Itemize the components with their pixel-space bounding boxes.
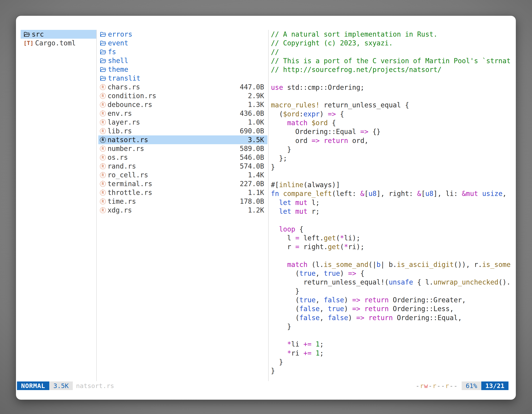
rust-file-icon: R [100,137,106,143]
code-line: } [271,145,512,154]
code-line: // http://sourcefrog.net/projects/natsor… [271,65,512,74]
rust-file-icon: R [100,163,106,169]
code-line: fn compare_left(left: &[u8], right: &[u8… [271,189,512,198]
file-row-time.rs[interactable]: Rtime.rs178.0B [98,197,267,206]
file-size: 589.0B [240,144,264,153]
file-name: time.rs [108,197,237,205]
code-line: l = left.get(*li); [271,234,512,242]
folder-row-theme[interactable]: theme [98,65,267,74]
file-row-rand.rs[interactable]: Rrand.rs574.0B [98,162,267,171]
code-line: (false, true) => return Ordering::Less, [271,304,512,313]
file-row-os.rs[interactable]: Ros.rs546.0B [98,153,267,162]
code-line: (false, false) => return Ordering::Equal… [271,313,512,322]
open-folder-icon [100,75,106,82]
file-name: src [32,30,93,38]
cursor-position-badge: 13/21 [481,382,508,390]
file-row-terminal.rs[interactable]: Rterminal.rs227.0B [98,179,267,188]
folder-row-fs[interactable]: fs [98,48,267,56]
file-size-badge: 3.5K [49,382,73,390]
code-line: #[inline(always)] [271,180,512,189]
file-row-lib.rs[interactable]: Rlib.rs690.0B [98,127,267,135]
rust-file-icon: R [100,146,106,152]
file-name: shell [108,57,264,65]
toml-file-icon: [T] [24,40,34,46]
file-size: 690.0B [240,127,264,135]
current-directory-pane: errorseventfsshellthemetranslitRchars.rs… [97,30,267,381]
open-folder-icon [100,31,106,38]
rust-file-icon: R [100,172,106,178]
folder-row-translit[interactable]: translit [98,74,267,83]
file-name: debounce.rs [108,101,246,109]
code-line: } [271,357,512,366]
code-line [271,172,512,180]
file-name: lib.rs [108,127,237,135]
rust-file-icon: R [100,181,106,187]
file-row-chars.rs[interactable]: Rchars.rs447.0B [98,83,267,91]
code-line: loop { [271,225,512,234]
file-size: 574.0B [240,162,264,170]
file-name: theme [108,66,264,73]
code-line [271,331,512,340]
file-name: rand.rs [108,162,237,170]
code-line: *ri += 1; [271,349,512,357]
file-row-number.rs[interactable]: Rnumber.rs589.0B [98,144,267,153]
file-size: 546.0B [240,154,264,161]
file-size: 1.0K [248,118,264,126]
file-row-condition.rs[interactable]: Rcondition.rs2.9K [98,91,267,100]
code-line [271,251,512,260]
file-name: natsort.rs [108,136,246,144]
code-line: (true, false) => return Ordering::Greate… [271,296,512,304]
rust-file-icon: R [100,190,106,196]
folder-row-src[interactable]: src [21,30,96,39]
rust-file-icon: R [100,84,106,90]
code-line: return_unless_equal!(unsafe { l.unwrap_u… [271,278,512,287]
file-name: number.rs [108,144,237,153]
status-filename: natsort.rs [76,382,114,389]
rust-file-icon: R [100,198,106,204]
code-line: match $ord { [271,118,512,127]
rust-file-icon: R [100,110,106,116]
file-name: condition.rs [108,92,246,100]
open-folder-icon [100,40,106,47]
code-line: r = right.get(*ri); [271,242,512,251]
rust-file-icon: R [100,93,106,99]
status-bar: NORMAL 3.5K natsort.rs -rw-r--r-- 61% 13… [17,382,508,390]
code-line: } [271,163,512,171]
folder-row-shell[interactable]: shell [98,56,267,65]
folder-row-errors[interactable]: errors [98,30,267,39]
code-line [271,216,512,225]
file-name: fs [108,48,264,56]
file-row-debounce.rs[interactable]: Rdebounce.rs1.3K [98,100,267,109]
rust-file-icon: R [100,207,106,213]
code-line: let mut l; [271,198,512,207]
file-name: layer.rs [108,118,246,126]
file-name: event [108,39,264,47]
folder-row-event[interactable]: event [98,39,267,48]
parent-directory-pane: src[T]Cargo.toml [16,30,96,381]
file-row-layer.rs[interactable]: Rlayer.rs1.0K [98,118,267,127]
file-row-env.rs[interactable]: Renv.rs436.0B [98,109,267,118]
file-name: errors [108,30,264,38]
code-line: } [271,322,512,331]
file-size: 447.0B [240,83,264,91]
file-size: 2.9K [248,92,264,100]
file-name: throttle.rs [108,189,246,197]
code-line: } [271,366,512,375]
file-row-xdg.rs[interactable]: Rxdg.rs1.2K [98,206,267,215]
code-line: }; [271,154,512,163]
code-line: // This is a port of the C version of Ma… [271,57,512,65]
file-name: translit [108,74,264,82]
code-line: match (l.is_some_and(|b| b.is_ascii_digi… [271,260,512,269]
code-line: // Copyright (c) 2023, sxyazi. [271,39,512,48]
code-line: } [271,287,512,296]
file-name: Cargo.toml [35,39,93,47]
file-row-ro_cell.rs[interactable]: Rro_cell.rs1.4K [98,171,267,179]
file-row-throttle.rs[interactable]: Rthrottle.rs1.1K [98,188,267,197]
file-size: 1.4K [248,171,264,179]
mode-badge: NORMAL [17,382,49,390]
file-row-natsort.rs[interactable]: Rnatsort.rs3.5K [98,135,267,144]
file-size: 1.3K [248,101,264,109]
open-folder-icon [100,58,106,64]
file-row-Cargo.toml[interactable]: [T]Cargo.toml [21,39,96,48]
scroll-percent-badge: 61% [462,382,481,390]
